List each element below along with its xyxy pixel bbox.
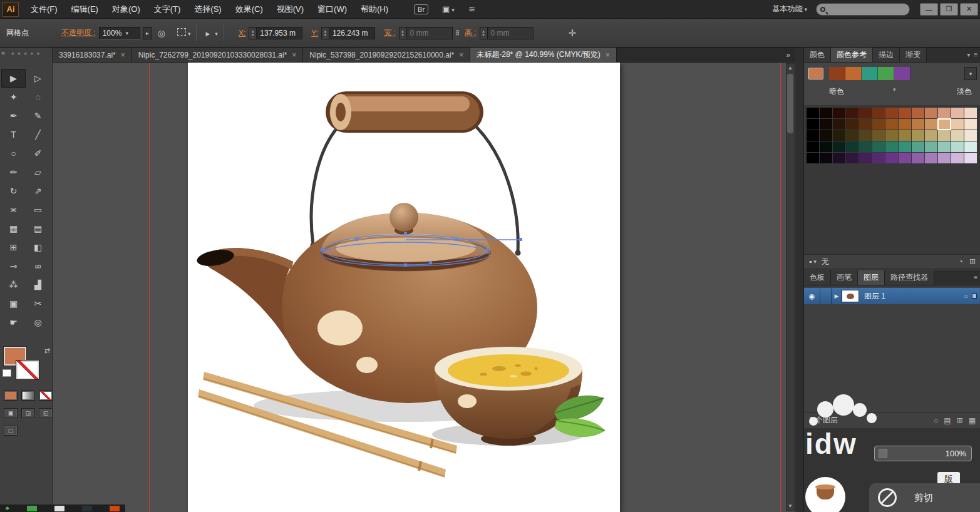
color-swatch[interactable] xyxy=(833,108,845,118)
color-swatch[interactable] xyxy=(833,119,845,130)
color-swatch[interactable] xyxy=(951,108,964,118)
new-sublayer-icon[interactable]: ▤ xyxy=(944,416,951,425)
color-swatch[interactable] xyxy=(859,141,872,152)
scale-tool[interactable]: ⇗ xyxy=(26,182,50,200)
color-swatch[interactable] xyxy=(951,119,964,130)
color-swatch[interactable] xyxy=(833,153,845,163)
taskbar-app-icon[interactable] xyxy=(82,506,92,511)
lock-cell[interactable] xyxy=(820,288,832,304)
current-color-swatch[interactable] xyxy=(808,67,824,80)
menu-item-窗口(W)[interactable]: 窗口(W) xyxy=(311,0,354,19)
eraser-tool[interactable]: ▱ xyxy=(26,163,50,182)
color-swatch[interactable] xyxy=(872,119,885,130)
shape-builder-tool[interactable]: ▦ xyxy=(1,219,26,238)
tab-gradient[interactable]: 渐变 xyxy=(900,48,927,62)
column-graph-tool[interactable]: ▟ xyxy=(26,275,50,294)
x-link[interactable]: X: xyxy=(239,29,245,38)
pen-tool[interactable]: ✒ xyxy=(1,106,26,125)
color-swatch[interactable] xyxy=(885,108,898,118)
color-swatch[interactable] xyxy=(899,119,911,130)
pencil-tool[interactable]: ✏ xyxy=(1,163,26,182)
make-mask-icon[interactable]: ○ xyxy=(934,416,938,425)
gradient-tool[interactable]: ◧ xyxy=(26,238,50,257)
none-mode-button[interactable] xyxy=(39,391,53,401)
taskbar-app-icon[interactable] xyxy=(54,506,64,511)
scroll-up-icon[interactable]: ▲ xyxy=(788,64,793,73)
hand-tool[interactable]: ☛ xyxy=(1,313,26,332)
tab-layers[interactable]: 图层 xyxy=(858,270,885,285)
artboard-tool[interactable]: ▣ xyxy=(1,294,26,313)
color-swatch[interactable] xyxy=(938,153,951,163)
color-swatch[interactable] xyxy=(964,119,977,130)
harmony-color[interactable] xyxy=(894,67,910,80)
tab-pathfinder[interactable]: 路径查找器 xyxy=(885,270,934,285)
color-swatch[interactable] xyxy=(964,141,977,152)
x-field[interactable]: ▲▼137.953 m xyxy=(249,27,302,39)
transform-icon[interactable]: ✛ xyxy=(569,28,577,39)
color-mode-button[interactable] xyxy=(4,391,18,401)
zoom-tool[interactable]: ◎ xyxy=(26,313,50,332)
menu-item-选择(S)[interactable]: 选择(S) xyxy=(187,0,228,19)
opacity-link[interactable]: 不透明度 : xyxy=(61,28,96,38)
color-swatch[interactable] xyxy=(899,108,911,118)
color-swatch[interactable] xyxy=(951,130,964,141)
share-feedback-icon[interactable]: ≋ xyxy=(468,4,475,14)
width-field[interactable]: ▲▼0 mm xyxy=(399,27,453,39)
menu-item-对象(O)[interactable]: 对象(O) xyxy=(105,0,147,19)
line-segment-tool[interactable]: ╱ xyxy=(26,125,50,144)
color-swatch[interactable] xyxy=(925,153,937,163)
opacity-field[interactable]: 100%▾ xyxy=(99,27,140,39)
color-swatch[interactable] xyxy=(859,130,872,141)
color-swatch[interactable] xyxy=(938,141,951,152)
color-swatch[interactable] xyxy=(899,130,911,141)
close-button[interactable]: ✕ xyxy=(960,3,978,16)
color-swatch[interactable] xyxy=(807,130,819,141)
tab-swatches[interactable]: 色板 xyxy=(804,270,831,285)
color-swatch[interactable] xyxy=(820,153,832,163)
color-swatch[interactable] xyxy=(899,141,911,152)
color-swatch[interactable] xyxy=(807,141,819,152)
menu-item-文字(T)[interactable]: 文字(T) xyxy=(147,0,188,19)
symbol-sprayer-tool[interactable]: ⁂ xyxy=(1,275,26,294)
menu-item-帮助(H)[interactable]: 帮助(H) xyxy=(354,0,395,19)
draw-behind-button[interactable]: ◲ xyxy=(21,408,35,418)
color-swatch[interactable] xyxy=(912,108,924,118)
width-tool[interactable]: ≍ xyxy=(1,200,26,219)
color-swatch[interactable] xyxy=(899,153,911,163)
minimize-button[interactable]: — xyxy=(920,3,938,16)
chevron-down-icon[interactable]: ▾ xyxy=(893,86,896,93)
color-swatch[interactable] xyxy=(938,119,951,130)
ellipse-tool[interactable]: ○ xyxy=(1,144,26,163)
document-tab[interactable]: Nipic_7262799_20190920103330028031.ai*× xyxy=(132,48,304,62)
artboard[interactable] xyxy=(188,63,620,512)
opacity-flyout-button[interactable]: ▸ xyxy=(143,27,152,39)
panel-menu-icon[interactable]: ≡ xyxy=(974,274,977,281)
color-swatch[interactable] xyxy=(846,119,859,130)
color-swatch[interactable] xyxy=(833,141,845,152)
swap-fill-stroke-icon[interactable]: ⇄ xyxy=(44,347,50,355)
color-swatch[interactable] xyxy=(885,130,898,141)
color-swatch[interactable] xyxy=(820,119,832,130)
type-tool[interactable]: T xyxy=(1,125,26,144)
tab-color-guide[interactable]: 颜色参考 xyxy=(831,48,873,62)
color-swatch[interactable] xyxy=(885,119,898,130)
scroll-thumb[interactable] xyxy=(787,74,793,133)
color-swatch[interactable] xyxy=(859,108,872,118)
stroke-color-swatch[interactable] xyxy=(16,361,39,379)
color-swatch[interactable] xyxy=(938,108,951,118)
free-transform-tool[interactable]: ▭ xyxy=(26,200,50,219)
paintbrush-tool[interactable]: ✐ xyxy=(26,144,50,163)
color-swatch[interactable] xyxy=(820,108,832,118)
visibility-eye-icon[interactable]: ◉ xyxy=(804,288,820,304)
screen-mode-button[interactable]: ▢ xyxy=(4,426,18,436)
color-swatch[interactable] xyxy=(925,108,937,118)
color-swatch[interactable] xyxy=(912,141,924,152)
workspace-switcher[interactable]: 基本功能▾ xyxy=(772,4,807,14)
color-swatch[interactable] xyxy=(872,108,885,118)
layer-thumbnail[interactable] xyxy=(842,290,859,302)
gradient-mode-button[interactable] xyxy=(21,391,35,401)
document-tab[interactable]: 33916183037.ai*× xyxy=(53,48,132,62)
layer-row[interactable]: ◉ ▶ 图层 1 ○ xyxy=(804,288,980,304)
perspective-grid-tool[interactable]: ▤ xyxy=(26,219,50,238)
color-swatch[interactable] xyxy=(846,153,859,163)
